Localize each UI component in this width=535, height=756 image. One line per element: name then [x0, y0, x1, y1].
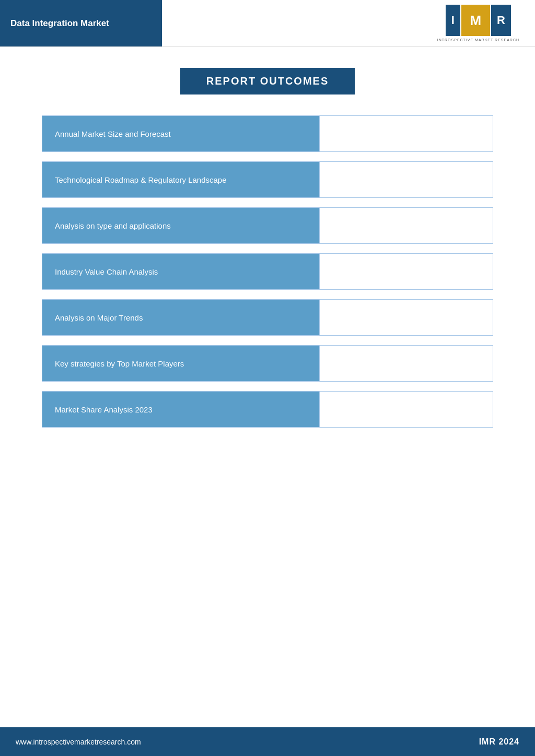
footer-url: www.introspectivemarketresearch.com	[16, 738, 141, 746]
outcome-item-5: Analysis on Major Trends	[42, 299, 493, 336]
report-outcomes-title: REPORT OUTCOMES	[180, 68, 355, 95]
main-content: REPORT OUTCOMES Annual Market Size and F…	[0, 47, 535, 448]
outcome-item-4: Industry Value Chain Analysis	[42, 253, 493, 290]
outcome-item-6: Key strategies by Top Market Players	[42, 345, 493, 382]
outcome-label-5: Analysis on Major Trends	[42, 300, 319, 335]
outcome-right-3	[319, 208, 493, 243]
outcome-right-1	[319, 116, 493, 151]
outcome-right-6	[319, 346, 493, 381]
outcome-item-3: Analysis on type and applications	[42, 207, 493, 244]
outcome-right-5	[319, 300, 493, 335]
outcome-item-1: Annual Market Size and Forecast	[42, 115, 493, 152]
header-logo-area: I M R INTROSPECTIVE MARKET RESEARCH	[162, 0, 535, 46]
outcome-right-4	[319, 254, 493, 289]
outcome-label-4: Industry Value Chain Analysis	[42, 254, 319, 289]
header-title-bar: Data Integration Market	[0, 0, 162, 46]
logo-letter-r: R	[491, 5, 511, 36]
outcome-right-7	[319, 392, 493, 427]
outcome-item-2: Technological Roadmap & Regulatory Lands…	[42, 161, 493, 198]
footer-year: IMR 2024	[479, 737, 519, 747]
page-title: Data Integration Market	[10, 18, 109, 29]
logo-letter-i: I	[446, 5, 460, 36]
outcome-label-6: Key strategies by Top Market Players	[42, 346, 319, 381]
logo-letters: I M R	[446, 5, 511, 36]
outcomes-list: Annual Market Size and Forecast Technolo…	[42, 115, 493, 428]
outcome-label-2: Technological Roadmap & Regulatory Lands…	[42, 162, 319, 197]
outcome-right-2	[319, 162, 493, 197]
outcome-label-7: Market Share Analysis 2023	[42, 392, 319, 427]
logo-subtitle: INTROSPECTIVE MARKET RESEARCH	[437, 38, 519, 42]
logo: I M R INTROSPECTIVE MARKET RESEARCH	[437, 5, 519, 42]
outcome-item-7: Market Share Analysis 2023	[42, 391, 493, 428]
outcome-label-3: Analysis on type and applications	[42, 208, 319, 243]
outcome-label-1: Annual Market Size and Forecast	[42, 116, 319, 151]
logo-letter-m: M	[461, 5, 490, 36]
header: Data Integration Market I M R INTROSPECT…	[0, 0, 535, 47]
footer: www.introspectivemarketresearch.com IMR …	[0, 727, 535, 756]
report-outcomes-title-container: REPORT OUTCOMES	[42, 68, 493, 95]
